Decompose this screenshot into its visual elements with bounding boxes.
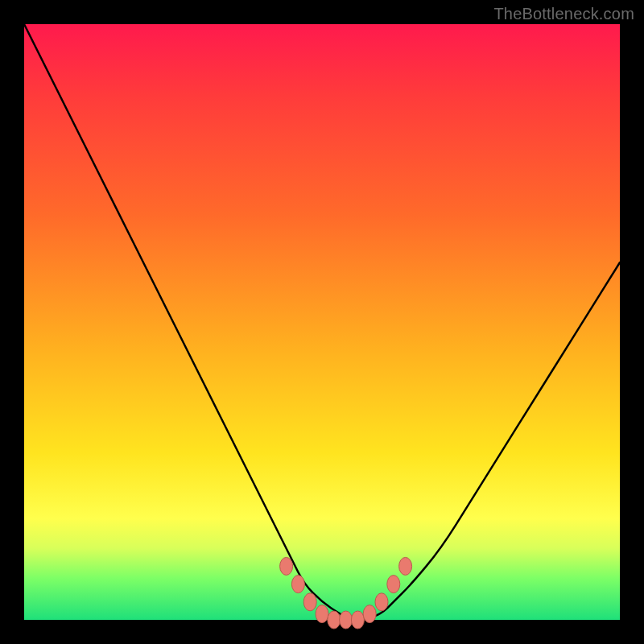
curve-marker	[303, 593, 316, 611]
curve-marker	[351, 611, 364, 629]
curve-marker	[363, 605, 376, 623]
curve-path	[24, 24, 620, 620]
curve-marker	[387, 576, 400, 593]
curve-marker	[340, 611, 353, 629]
watermark-text: TheBottleneck.com	[493, 5, 634, 23]
curve-marker	[316, 605, 328, 623]
curve-marker	[399, 557, 412, 575]
curve-marker	[280, 557, 293, 575]
curve-marker	[291, 576, 304, 593]
chart-frame: TheBottleneck.com	[0, 0, 644, 644]
bottleneck-curve	[24, 24, 620, 620]
curve-marker	[328, 611, 341, 629]
markers-group	[280, 557, 412, 629]
plot-area	[24, 24, 620, 620]
curve-marker	[375, 593, 388, 611]
